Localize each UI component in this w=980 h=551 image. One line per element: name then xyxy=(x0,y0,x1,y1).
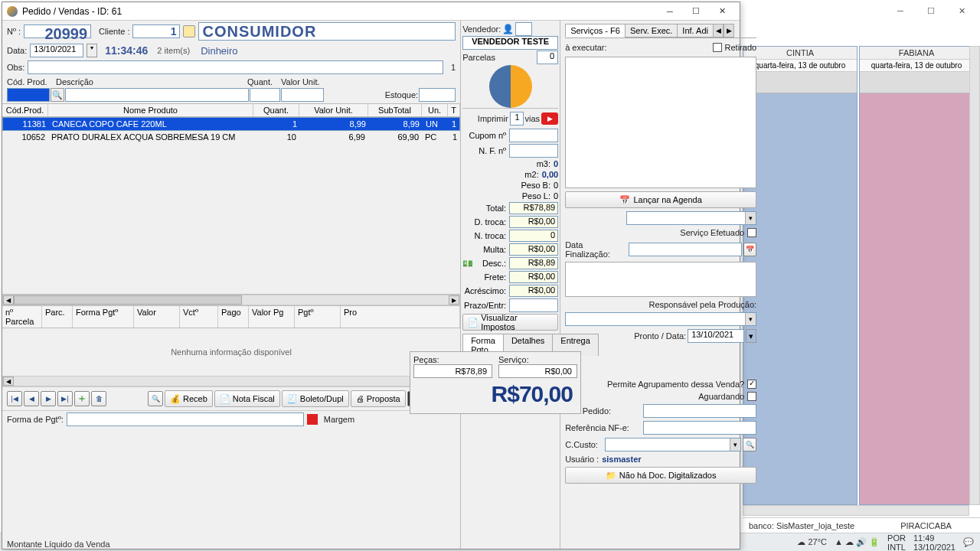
datafin-field[interactable] xyxy=(629,243,742,256)
lang-indicator[interactable]: PORINTL xyxy=(887,533,906,552)
nav-prev-button[interactable]: ◀ xyxy=(24,391,39,406)
nota-fiscal-button[interactable]: 📄Nota Fiscal xyxy=(214,390,280,407)
vendedor-id-field[interactable] xyxy=(515,22,532,36)
search-cod-input[interactable] xyxy=(7,88,50,102)
nf-field[interactable] xyxy=(509,144,558,158)
parcelas-field[interactable]: 0 xyxy=(537,51,558,64)
search-desc-input[interactable] xyxy=(65,88,249,102)
person-icon[interactable] xyxy=(183,25,195,37)
gh-st: SubTotal xyxy=(368,104,422,116)
receb-button[interactable]: 💰Receb xyxy=(165,390,213,407)
vendedor-icon[interactable]: 👤 xyxy=(502,24,514,34)
cupom-field[interactable] xyxy=(509,129,558,142)
seupedido-field[interactable] xyxy=(643,404,756,418)
bg-minimize-button[interactable]: ─ xyxy=(885,2,916,20)
search-icon[interactable]: 🔍 xyxy=(51,88,64,102)
pronto-field[interactable]: 13/10/2021 xyxy=(688,329,744,343)
aguard-checkbox[interactable] xyxy=(747,392,756,401)
search-cod-label: Cód. Prod. xyxy=(7,77,56,86)
lancar-agenda-button[interactable]: 📅Lançar na Agenda xyxy=(565,191,756,208)
refnfe-field[interactable] xyxy=(643,421,756,435)
vias-field[interactable]: 1 xyxy=(510,112,524,126)
desc-value[interactable]: R$8,89 xyxy=(509,257,558,269)
table-row[interactable]: 11381CANECA COPO CAFE 220ML18,998,99UN1 xyxy=(2,117,460,131)
bg-close-button[interactable]: ✕ xyxy=(946,2,977,20)
delete-button[interactable]: 🗑 xyxy=(91,391,106,406)
agenda-hscroll[interactable] xyxy=(743,505,969,516)
numero-field[interactable]: 20999 xyxy=(24,24,91,38)
obs-count: 1 xyxy=(451,63,456,72)
cupom-label: Cupom nº xyxy=(462,131,506,140)
tab-serv-exec[interactable]: Serv. Exec. xyxy=(625,24,678,37)
calendar-icon[interactable]: 📅 xyxy=(743,243,756,256)
weather-widget[interactable]: ☁ 27°C xyxy=(797,537,827,547)
prazo-field[interactable] xyxy=(509,298,558,312)
status-cidade: PIRACICABA xyxy=(900,521,952,530)
bg-maximize-button[interactable]: ☐ xyxy=(916,2,946,20)
resp-label: Responsável pela Produção: xyxy=(648,300,756,309)
usuario-value: sismaster xyxy=(602,455,641,464)
minimize-button[interactable]: ─ xyxy=(657,3,683,20)
tabs-left-arrow[interactable]: ◀ xyxy=(713,24,724,37)
titlebar: Pedido / Vendas - ID: 61 ─ ☐ ✕ xyxy=(2,2,740,21)
pronto-dropdown-icon[interactable]: ▾ xyxy=(746,329,756,343)
docs-button[interactable]: 📁Não há Doc. Digitalizados xyxy=(565,467,756,484)
svc-select-1[interactable]: ▾ xyxy=(626,211,756,225)
usuario-label: Usuário : xyxy=(565,455,599,464)
visualizar-impostos-button[interactable]: 📄Visualizar Impostos xyxy=(462,314,558,331)
product-grid-body[interactable]: 11381CANECA COPO CAFE 220ML18,998,99UN11… xyxy=(2,117,460,295)
grid-hscroll[interactable]: ◀▶ xyxy=(2,295,460,305)
tab-inf-adi[interactable]: Inf. Adi xyxy=(677,24,714,37)
nav-next-button[interactable]: ▶ xyxy=(41,391,56,406)
cliente-id-field[interactable]: 1 xyxy=(132,24,180,38)
tabs-right-arrow[interactable]: ▶ xyxy=(724,24,734,37)
executar-list[interactable] xyxy=(565,57,756,188)
ccusto-select[interactable]: ▾ xyxy=(605,438,741,452)
clock[interactable]: 11:4913/10/2021 xyxy=(913,533,956,552)
efetuado-checkbox[interactable] xyxy=(747,228,756,237)
search-quant-input[interactable] xyxy=(250,88,280,102)
print-button[interactable]: ▶ xyxy=(541,112,558,125)
summary-panel: Peças: R$78,89 Serviço: R$0,00 R$70,00 xyxy=(410,351,581,414)
efetuado-label: Serviço Efetuado xyxy=(680,228,744,237)
permite-checkbox[interactable] xyxy=(747,380,756,389)
status-banco: banco: SisMaster_loja_teste xyxy=(749,521,854,530)
svc-notes[interactable] xyxy=(565,262,756,297)
data-field[interactable]: 13/10/2021 xyxy=(30,44,83,57)
nav-last-button[interactable]: ▶| xyxy=(57,391,73,406)
forma-pgto-field[interactable] xyxy=(67,412,304,426)
date-dropdown-icon[interactable]: ▾ xyxy=(87,44,97,57)
data-label: Data: xyxy=(7,46,27,55)
money-icon[interactable]: 💵 xyxy=(462,259,473,269)
obs-field[interactable] xyxy=(28,60,443,74)
tab-servicos[interactable]: Serviços - F6 xyxy=(565,24,626,37)
margem-indicator xyxy=(307,414,318,425)
search-button[interactable]: 🔍 xyxy=(148,391,163,406)
tray-icons[interactable]: ▲ ☁ 🔊 🔋 xyxy=(835,537,880,547)
notif-icon[interactable]: 💬 xyxy=(963,537,974,547)
cliente-nome-field[interactable]: CONSUMIDOR xyxy=(198,22,456,41)
grand-total: R$70,00 xyxy=(413,378,577,410)
gh-nome: Nome Produto xyxy=(48,104,253,116)
numero-label: Nº : xyxy=(7,27,21,36)
agenda-col-fabiana[interactable]: FABIANA quarta-feira, 13 de outubro xyxy=(859,46,974,505)
maximize-button[interactable]: ☐ xyxy=(683,3,709,20)
boleto-button[interactable]: 🧾Boleto/Dupl xyxy=(282,390,349,407)
vendedor-nome: VENDEDOR TESTE xyxy=(462,36,558,50)
ccusto-search-icon[interactable]: 🔍 xyxy=(743,438,756,452)
search-valor-input[interactable] xyxy=(281,88,324,102)
servico-label: Serviço: xyxy=(498,355,577,364)
add-button[interactable]: ＋ xyxy=(74,391,90,406)
retirado-label: Retirado xyxy=(725,43,757,52)
proposta-button[interactable]: 🖨Proposta xyxy=(351,390,406,407)
agenda-vscroll[interactable] xyxy=(969,46,980,505)
parcelas-hscroll[interactable]: ◀▶ xyxy=(2,376,460,386)
estoque-field[interactable] xyxy=(419,88,456,102)
table-row[interactable]: 10652PRATO DURALEX ACQUA SOBREMESA 19 CM… xyxy=(2,131,460,143)
close-button[interactable]: ✕ xyxy=(709,3,735,20)
nav-first-button[interactable]: |◀ xyxy=(7,391,22,406)
company-logo xyxy=(489,65,532,108)
resp-select[interactable]: ▾ xyxy=(565,312,756,326)
retirado-checkbox[interactable] xyxy=(713,43,722,52)
permite-label: Permite Agrupamento dessa Venda? xyxy=(607,380,744,389)
